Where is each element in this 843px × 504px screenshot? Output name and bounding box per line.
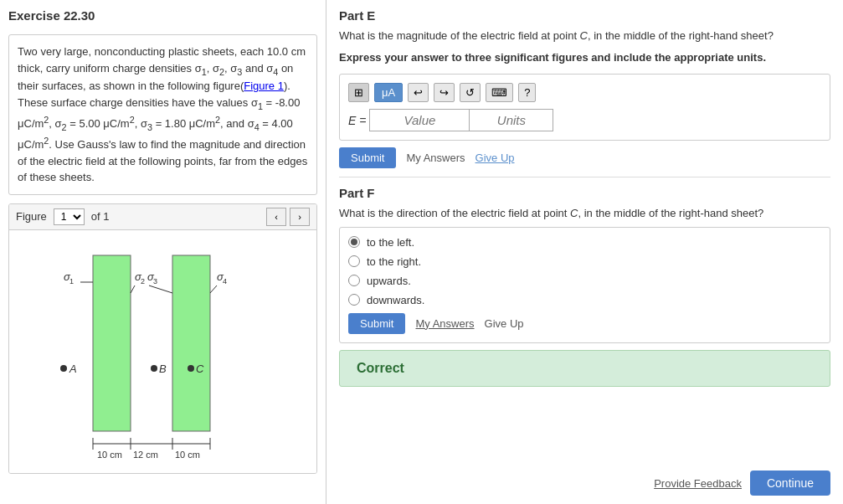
unit-btn[interactable]: μA [374, 83, 403, 102]
figure-label: Figure [16, 210, 47, 223]
help-btn[interactable]: ? [518, 83, 536, 102]
part-f: Part F What is the direction of the elec… [339, 186, 830, 395]
radio-row-down: downwards. [348, 294, 821, 306]
right-panel: Part E What is the magnitude of the elec… [326, 0, 843, 504]
svg-text:12 cm: 12 cm [133, 450, 158, 460]
divider-ef [339, 177, 830, 177]
svg-line-10 [149, 285, 172, 293]
figure-select[interactable]: 1 [54, 208, 85, 225]
figure-container: Figure 1 of 1 ‹ › σ 1 [8, 203, 317, 474]
part-e-my-answers[interactable]: My Answers [406, 152, 465, 164]
continue-btn[interactable]: Continue [750, 471, 830, 496]
radio-up[interactable] [348, 275, 360, 286]
part-f-submit-btn[interactable]: Submit [348, 313, 405, 334]
diagram-svg: σ 1 σ 2 σ 3 σ 4 A [18, 239, 302, 465]
svg-text:2: 2 [141, 277, 145, 285]
part-e-submit-row: Submit My Answers Give Up [339, 147, 830, 168]
part-e-express-note: Express your answer to three significant… [339, 49, 830, 66]
keyboard-btn[interactable]: ⌨ [486, 83, 513, 102]
figure-diagram: σ 1 σ 2 σ 3 σ 4 A [9, 230, 316, 473]
format-icon-btn[interactable]: ⊞ [348, 83, 369, 102]
svg-text:10 cm: 10 cm [175, 450, 200, 460]
figure-of: of 1 [91, 210, 110, 223]
units-input[interactable] [470, 109, 553, 131]
figure-link[interactable]: Figure 1 [244, 80, 284, 92]
left-panel: Exercise 22.30 Two very large, nonconduc… [0, 0, 326, 504]
part-f-my-answers[interactable]: My Answers [415, 317, 474, 330]
svg-text:C: C [196, 363, 204, 375]
svg-text:3: 3 [153, 277, 157, 285]
radio-down-label: downwards. [367, 294, 424, 306]
svg-rect-1 [172, 255, 210, 431]
part-e-input-area: ⊞ μA ↩ ↪ ↺ ⌨ ? E = [339, 74, 830, 141]
provide-feedback-link[interactable]: Provide Feedback [654, 477, 742, 490]
radio-left-label: to the left. [367, 236, 414, 249]
radio-up-label: upwards. [367, 275, 411, 287]
part-e-question: What is the magnitude of the electric fi… [339, 28, 830, 44]
figure-nav: Figure 1 of 1 ‹ › [9, 204, 316, 230]
next-figure-btn[interactable]: › [290, 208, 310, 226]
radio-row-left: to the left. [348, 236, 821, 249]
redo-btn[interactable]: ↪ [434, 83, 455, 102]
svg-text:1: 1 [69, 277, 74, 285]
svg-text:4: 4 [223, 277, 227, 285]
radio-down[interactable] [348, 294, 360, 306]
svg-point-16 [151, 365, 157, 372]
correct-banner: Correct [339, 350, 830, 387]
radio-right[interactable] [348, 255, 360, 267]
radio-left[interactable] [348, 236, 360, 248]
part-e-submit-btn[interactable]: Submit [339, 147, 396, 168]
figure-arrows: ‹ › [266, 208, 310, 226]
prev-figure-btn[interactable]: ‹ [266, 208, 286, 226]
part-f-give-up[interactable]: Give Up [485, 317, 524, 330]
svg-line-13 [210, 285, 217, 293]
svg-rect-0 [93, 255, 131, 431]
radio-right-label: to the right. [367, 255, 421, 268]
bottom-row: Provide Feedback Continue [339, 471, 830, 496]
svg-point-18 [188, 365, 194, 372]
svg-text:B: B [159, 363, 167, 375]
radio-row-right: to the right. [348, 255, 821, 268]
refresh-btn[interactable]: ↺ [460, 83, 481, 102]
part-e-give-up[interactable]: Give Up [475, 152, 515, 164]
part-f-submit-row: Submit My Answers Give Up [348, 313, 821, 334]
part-e: Part E What is the magnitude of the elec… [339, 8, 830, 168]
value-units-row: E = [348, 109, 821, 131]
part-f-title: Part F [339, 186, 830, 200]
value-input[interactable] [369, 109, 470, 131]
part-f-options-box: to the left. to the right. upwards. down… [339, 227, 830, 343]
svg-text:A: A [69, 363, 77, 375]
svg-point-14 [60, 365, 67, 372]
toolbar: ⊞ μA ↩ ↪ ↺ ⌨ ? [348, 83, 821, 102]
svg-text:10 cm: 10 cm [97, 450, 122, 460]
radio-row-up: upwards. [348, 275, 821, 287]
svg-line-9 [131, 285, 135, 293]
exercise-title: Exercise 22.30 [8, 8, 317, 23]
problem-text: Two very large, nonconducting plastic sh… [8, 34, 317, 195]
eq-label: E = [348, 114, 366, 127]
part-f-question: What is the direction of the electric fi… [339, 205, 830, 222]
undo-btn[interactable]: ↩ [408, 83, 429, 102]
part-e-title: Part E [339, 8, 830, 23]
